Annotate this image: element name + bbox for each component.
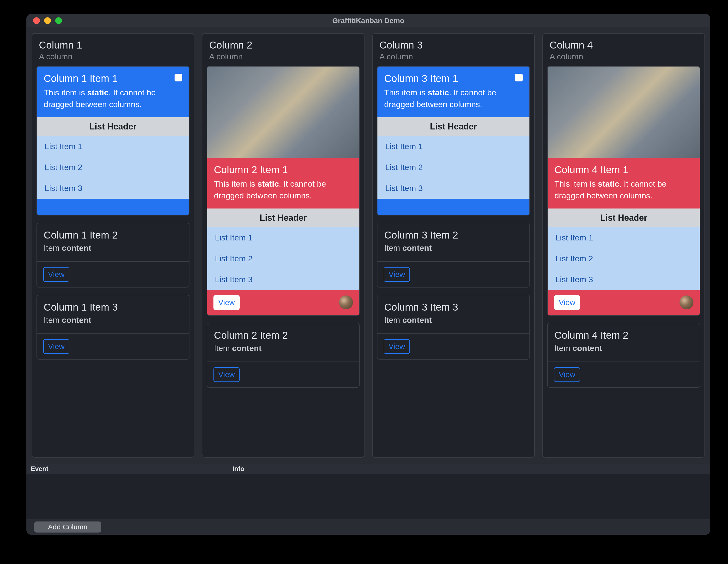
column-subtitle: A column [39, 52, 187, 61]
column-subtitle: A column [379, 52, 528, 61]
card-title: Column 3 Item 3 [384, 302, 523, 313]
kanban-column[interactable]: Column 2 A column Column 2 Item 1 This i… [202, 33, 364, 458]
view-button[interactable]: View [43, 267, 69, 282]
app-window: GraffitiKanban Demo Column 1 A column Co… [26, 14, 710, 535]
card-title: Column 1 Item 3 [44, 302, 182, 313]
list-items: List Item 1 List Item 2 List Item 3 [207, 227, 359, 290]
card-title: Column 3 Item 1 [384, 73, 523, 84]
card-checkbox[interactable] [175, 74, 182, 81]
card-header: Column 2 Item 1 This item is static. It … [207, 158, 359, 208]
list-items: List Item 1 List Item 2 List Item 3 [548, 227, 700, 290]
card-header: Column 4 Item 1 This item is static. It … [548, 158, 700, 208]
view-button[interactable]: View [43, 339, 69, 354]
view-button[interactable]: View [213, 367, 240, 382]
card-description: Item content [44, 316, 182, 325]
column-header: Column 2 A column [202, 34, 364, 66]
grid-column-info[interactable]: Info [228, 465, 710, 473]
footer-toolbar: Add Column [26, 519, 710, 535]
kanban-card[interactable]: Column 1 Item 3 Item content View [36, 295, 189, 360]
card-footer: View [377, 261, 529, 287]
card-footer: View [377, 334, 529, 359]
add-column-button[interactable]: Add Column [34, 522, 101, 533]
card-title: Column 1 Item 2 [44, 229, 182, 241]
card-body: Column 3 Item 3 Item content [377, 295, 529, 334]
card-image [207, 66, 359, 158]
list-items: List Item 1 List Item 2 List Item 3 [377, 136, 529, 199]
column-title: Column 4 [550, 39, 698, 51]
view-button[interactable]: View [554, 295, 580, 310]
list-item[interactable]: List Item 1 [377, 136, 529, 157]
card-title: Column 4 Item 1 [554, 164, 693, 175]
card-description: This item is static. It cannot be dragge… [384, 87, 523, 110]
list-items: List Item 1 List Item 2 List Item 3 [37, 136, 189, 199]
list-header: List Header [377, 117, 529, 136]
column-title: Column 2 [209, 39, 357, 51]
list-item[interactable]: List Item 2 [37, 157, 189, 178]
column-title: Column 1 [39, 39, 187, 51]
kanban-card[interactable]: Column 3 Item 3 Item content View [377, 295, 530, 360]
grid-column-event[interactable]: Event [26, 465, 228, 473]
view-button[interactable]: View [213, 295, 240, 310]
events-panel: Event Info Add Column [26, 464, 710, 535]
card-description: Item content [384, 243, 523, 253]
card-header: Column 3 Item 1 This item is static. It … [377, 66, 529, 117]
kanban-column[interactable]: Column 4 A column Column 4 Item 1 This i… [542, 33, 705, 458]
card-body: Column 3 Item 2 Item content [377, 223, 529, 261]
list-header: List Header [207, 208, 359, 227]
card-footer: View [37, 261, 189, 287]
kanban-column[interactable]: Column 1 A column Column 1 Item 1 This i… [32, 33, 194, 458]
kanban-board: Column 1 A column Column 1 Item 1 This i… [26, 27, 710, 464]
card-body: Column 4 Item 2 Item content [548, 323, 700, 362]
card-body: Column 1 Item 2 Item content [37, 223, 189, 261]
avatar[interactable] [339, 296, 353, 310]
list-item[interactable]: List Item 2 [207, 248, 359, 269]
avatar[interactable] [679, 296, 693, 310]
kanban-card[interactable]: Column 4 Item 1 This item is static. It … [547, 66, 700, 316]
column-subtitle: A column [550, 52, 698, 61]
kanban-column[interactable]: Column 3 A column Column 3 Item 1 This i… [372, 33, 535, 458]
list-header: List Header [37, 117, 189, 136]
card-description: This item is static. It cannot be dragge… [44, 87, 182, 110]
grid-body [26, 474, 710, 519]
card-footer: View [207, 362, 359, 387]
card-title: Column 1 Item 1 [44, 73, 182, 84]
card-footer: View [37, 334, 189, 359]
list-item[interactable]: List Item 2 [377, 157, 529, 178]
kanban-card[interactable]: Column 4 Item 2 Item content View [547, 323, 700, 388]
view-button[interactable]: View [384, 267, 410, 282]
card-header: Column 1 Item 1 This item is static. It … [37, 66, 189, 117]
card-title: Column 2 Item 1 [214, 164, 352, 175]
view-button[interactable]: View [554, 367, 580, 382]
titlebar[interactable]: GraffitiKanban Demo [26, 14, 710, 27]
list-item[interactable]: List Item 1 [548, 227, 700, 248]
list-item[interactable]: List Item 2 [548, 248, 700, 269]
view-button[interactable]: View [384, 339, 410, 354]
column-header: Column 4 A column [543, 34, 704, 66]
kanban-card[interactable]: Column 3 Item 2 Item content View [377, 223, 530, 288]
window-title: GraffitiKanban Demo [26, 17, 710, 25]
kanban-card[interactable]: Column 1 Item 1 This item is static. It … [36, 66, 189, 215]
kanban-card[interactable]: Column 1 Item 2 Item content View [36, 223, 189, 288]
kanban-card[interactable]: Column 2 Item 1 This item is static. It … [207, 66, 360, 316]
card-footer: View [548, 290, 700, 315]
list-item[interactable]: List Item 1 [207, 227, 359, 248]
card-footer: View [548, 362, 700, 387]
list-header: List Header [548, 208, 700, 227]
kanban-card[interactable]: Column 2 Item 2 Item content View [207, 323, 360, 388]
list-item[interactable]: List Item 3 [548, 269, 700, 290]
column-body: Column 3 Item 1 This item is static. It … [373, 66, 534, 457]
column-title: Column 3 [379, 39, 528, 51]
column-body: Column 4 Item 1 This item is static. It … [543, 66, 704, 457]
card-checkbox[interactable] [515, 74, 523, 81]
card-description: Item content [214, 344, 352, 353]
list-item[interactable]: List Item 3 [37, 178, 189, 199]
column-header: Column 1 A column [32, 34, 194, 66]
kanban-card[interactable]: Column 3 Item 1 This item is static. It … [377, 66, 530, 215]
card-footer [377, 199, 529, 215]
list-item[interactable]: List Item 3 [207, 269, 359, 290]
card-description: This item is static. It cannot be dragge… [214, 178, 352, 202]
list-item[interactable]: List Item 1 [37, 136, 189, 157]
list-item[interactable]: List Item 3 [377, 178, 529, 199]
card-title: Column 3 Item 2 [384, 229, 523, 241]
card-description: Item content [554, 344, 693, 353]
